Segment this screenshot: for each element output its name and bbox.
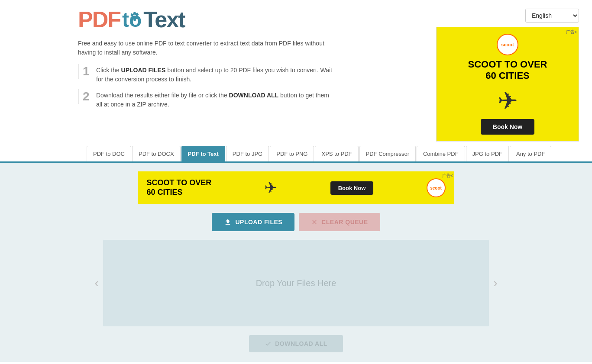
download-all-button[interactable]: DOWNLOAD ALL <box>249 335 343 352</box>
step-1: 1 Click the UPLOAD FILES button and sele… <box>78 64 333 84</box>
site-description: Free and easy to use online PDF to text … <box>78 39 333 57</box>
tab-jpg-to-pdf[interactable]: JPG to PDF <box>466 146 509 161</box>
ad-book-button-right[interactable]: Book Now <box>481 119 534 135</box>
tab-pdf-to-jpg[interactable]: PDF to JPG <box>226 146 269 161</box>
step-2: 2 Download the results either file by fi… <box>78 89 333 109</box>
language-selector[interactable]: English Deutsch Español Français Italian… <box>525 9 579 23</box>
drop-zone-wrapper: ‹ Drop Your Files Here › <box>91 240 502 326</box>
site-logo: PDF to Text <box>78 6 423 32</box>
logo-pdf: PDF <box>78 6 120 32</box>
ad-plane-horizontal: ✈ <box>264 179 277 197</box>
ad-book-button-horizontal[interactable]: Book Now <box>330 181 374 195</box>
step-1-number: 1 <box>78 64 90 79</box>
nav-tabs-wrapper: PDF to DOC PDF to DOCX PDF to Text PDF t… <box>0 146 592 163</box>
ad-logo-right: scoot <box>497 34 518 55</box>
gear-icon <box>130 11 139 21</box>
tab-xps-to-pdf[interactable]: XPS to PDF <box>315 146 358 161</box>
tab-pdf-to-text[interactable]: PDF to Text <box>181 146 225 161</box>
ad-plane-right: ✈ <box>498 87 518 115</box>
upload-files-button[interactable]: UPLOAD FILES <box>212 213 294 231</box>
tab-pdf-compressor[interactable]: PDF Compressor <box>359 146 416 161</box>
upload-controls: UPLOAD FILES CLEAR QUEUE <box>13 213 579 231</box>
carousel-right-arrow[interactable]: › <box>489 272 501 294</box>
tab-any-to-pdf[interactable]: Any to PDF <box>510 146 551 161</box>
ad-label-right: 广告x <box>566 29 577 35</box>
clear-icon <box>311 219 318 225</box>
ad-label-horizontal: 广告x <box>442 173 453 179</box>
drop-zone-text: Drop Your Files Here <box>256 278 336 288</box>
carousel-left-arrow[interactable]: ‹ <box>91 272 103 294</box>
ad-banner-right: 广告x scoot SCOOT TO OVER60 CITIES ✈ Book … <box>436 27 579 142</box>
tab-pdf-to-doc[interactable]: PDF to DOC <box>87 146 131 161</box>
logo-text: Text <box>143 6 184 32</box>
nav-tabs: PDF to DOC PDF to DOCX PDF to Text PDF t… <box>87 146 592 161</box>
clear-queue-button[interactable]: CLEAR QUEUE <box>299 213 380 231</box>
drop-zone[interactable]: Drop Your Files Here <box>103 240 489 326</box>
main-content: 广告x SCOOT TO OVER60 CITIES ✈ Book Now sc… <box>0 163 592 362</box>
download-icon <box>265 340 272 347</box>
ad-title-right: SCOOT TO OVER60 CITIES <box>468 59 547 82</box>
tab-pdf-to-docx[interactable]: PDF to DOCX <box>132 146 181 161</box>
step-2-text: Download the results either file by file… <box>96 89 333 109</box>
ad-scoot-circle: scoot <box>427 178 446 197</box>
step-1-text: Click the UPLOAD FILES button and select… <box>96 64 333 84</box>
step-2-number: 2 <box>78 89 90 104</box>
upload-icon <box>224 218 232 226</box>
logo-to: to <box>122 8 142 32</box>
steps-list: 1 Click the UPLOAD FILES button and sele… <box>78 64 333 109</box>
ad-h-title: SCOOT TO OVER60 CITIES <box>147 178 212 197</box>
tab-combine-pdf[interactable]: Combine PDF <box>417 146 465 161</box>
language-dropdown[interactable]: English Deutsch Español Français Italian… <box>525 9 579 23</box>
download-all-wrapper: DOWNLOAD ALL <box>13 335 579 352</box>
ad-banner-horizontal: 广告x SCOOT TO OVER60 CITIES ✈ Book Now sc… <box>138 171 454 204</box>
tab-pdf-to-png[interactable]: PDF to PNG <box>270 146 314 161</box>
